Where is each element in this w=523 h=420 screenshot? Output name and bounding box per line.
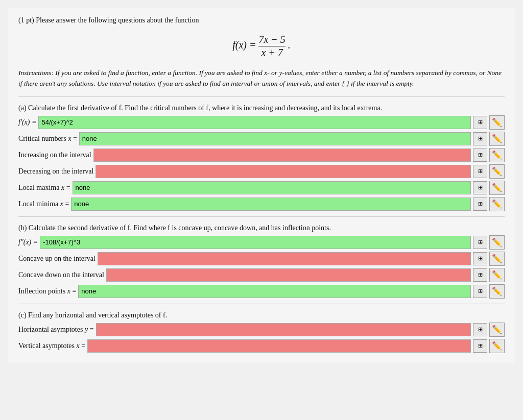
local-min-input[interactable] bbox=[71, 197, 471, 211]
row-fprime: f′(x) = ⊞ ✏️ bbox=[18, 115, 505, 130]
horiz-asymp-grid-btn[interactable]: ⊞ bbox=[473, 323, 487, 336]
formula-lhs: f(x) = bbox=[232, 39, 256, 51]
row-fsecond-label: f″(x) = bbox=[18, 238, 38, 246]
fsecond-pencil-btn[interactable]: ✏️ bbox=[489, 235, 505, 250]
row-increasing: Increasing on the interval ⊞ ✏️ bbox=[18, 148, 505, 162]
inflection-pencil-btn[interactable]: ✏️ bbox=[489, 284, 505, 299]
inflection-input[interactable] bbox=[78, 285, 471, 298]
row-decreasing-label: Decreasing on the interval bbox=[18, 167, 93, 176]
critical-grid-btn[interactable]: ⊞ bbox=[473, 132, 487, 145]
concave-up-input[interactable] bbox=[98, 252, 471, 265]
divider-2 bbox=[18, 216, 505, 217]
row-concave-down-label: Concave down on the interval bbox=[18, 271, 104, 279]
formula-period: . bbox=[288, 39, 291, 51]
row-fsecond: f″(x) = ⊞ ✏️ bbox=[18, 235, 505, 250]
row-critical: Critical numbers x = ⊞ ✏️ bbox=[18, 132, 505, 146]
vert-asymp-pencil-btn[interactable]: ✏️ bbox=[489, 339, 505, 353]
fsecond-input[interactable] bbox=[40, 236, 471, 249]
horiz-asymp-input[interactable] bbox=[96, 323, 471, 336]
row-concave-down: Concave down on the interval ⊞ ✏️ bbox=[18, 268, 505, 282]
concave-up-grid-btn[interactable]: ⊞ bbox=[473, 252, 487, 265]
horiz-asymp-pencil-btn[interactable]: ✏️ bbox=[489, 323, 505, 337]
formula-fraction: 7x − 5 x + 7 bbox=[258, 34, 285, 59]
row-vert-asymp: Vertical asymptotes x = ⊞ ✏️ bbox=[18, 339, 505, 353]
row-concave-up: Concave up on the interval ⊞ ✏️ bbox=[18, 252, 505, 266]
row-fprime-label: f′(x) = bbox=[18, 118, 36, 127]
intro-text: (1 pt) Please answer the following quest… bbox=[18, 16, 505, 24]
fprime-pencil-btn[interactable]: ✏️ bbox=[489, 115, 505, 130]
divider-3 bbox=[18, 304, 505, 304]
concave-down-pencil-btn[interactable]: ✏️ bbox=[489, 268, 505, 282]
row-increasing-label: Increasing on the interval bbox=[18, 151, 91, 159]
row-horiz-asymp-label: Horizontal asymptotes y = bbox=[18, 326, 94, 334]
row-local-max-label: Local maxima x = bbox=[18, 184, 70, 192]
row-vert-asymp-label: Vertical asymptotes x = bbox=[18, 342, 85, 350]
local-max-pencil-btn[interactable]: ✏️ bbox=[489, 181, 505, 195]
row-local-max: Local maxima x = ⊞ ✏️ bbox=[18, 181, 505, 195]
row-local-min: Local minima x = ⊞ ✏️ bbox=[18, 197, 505, 211]
local-max-input[interactable] bbox=[73, 181, 471, 194]
fprime-grid-btn[interactable]: ⊞ bbox=[473, 116, 487, 129]
row-inflection-label: Inflection points x = bbox=[18, 287, 76, 295]
concave-down-input[interactable] bbox=[106, 268, 471, 282]
main-container: (1 pt) Please answer the following quest… bbox=[8, 8, 515, 363]
increasing-pencil-btn[interactable]: ✏️ bbox=[489, 148, 505, 162]
critical-pencil-btn[interactable]: ✏️ bbox=[489, 132, 505, 146]
section-c-title: (c) Find any horizontal and vertical asy… bbox=[18, 311, 505, 319]
fsecond-grid-btn[interactable]: ⊞ bbox=[473, 236, 487, 249]
vert-asymp-grid-btn[interactable]: ⊞ bbox=[473, 339, 487, 353]
row-concave-up-label: Concave up on the interval bbox=[18, 255, 96, 263]
section-b-title: (b) Calculate the second derivative of f… bbox=[18, 224, 505, 232]
inflection-grid-btn[interactable]: ⊞ bbox=[473, 285, 487, 298]
local-min-pencil-btn[interactable]: ✏️ bbox=[489, 197, 505, 211]
section-a-title: (a) Calculate the first derivative of f.… bbox=[18, 104, 505, 112]
row-decreasing: Decreasing on the interval ⊞ ✏️ bbox=[18, 164, 505, 179]
row-critical-label: Critical numbers x = bbox=[18, 135, 77, 143]
local-max-grid-btn[interactable]: ⊞ bbox=[473, 181, 487, 194]
formula-numerator: 7x − 5 bbox=[258, 34, 285, 46]
increasing-input[interactable] bbox=[93, 149, 471, 162]
formula-block: f(x) = 7x − 5 x + 7 . bbox=[18, 34, 505, 59]
increasing-grid-btn[interactable]: ⊞ bbox=[473, 149, 487, 162]
row-horiz-asymp: Horizontal asymptotes y = ⊞ ✏️ bbox=[18, 323, 505, 337]
row-inflection: Inflection points x = ⊞ ✏️ bbox=[18, 284, 505, 299]
critical-input[interactable] bbox=[79, 132, 471, 145]
decreasing-grid-btn[interactable]: ⊞ bbox=[473, 165, 487, 178]
concave-down-grid-btn[interactable]: ⊞ bbox=[473, 268, 487, 282]
fprime-input[interactable] bbox=[38, 116, 471, 129]
divider-1 bbox=[18, 96, 505, 97]
instructions-text: Instructions: If you are asked to find a… bbox=[18, 68, 505, 89]
formula-denominator: x + 7 bbox=[258, 46, 285, 59]
decreasing-input[interactable] bbox=[96, 165, 471, 178]
decreasing-pencil-btn[interactable]: ✏️ bbox=[489, 164, 505, 179]
vert-asymp-input[interactable] bbox=[87, 339, 471, 353]
row-local-min-label: Local minima x = bbox=[18, 200, 69, 208]
concave-up-pencil-btn[interactable]: ✏️ bbox=[489, 252, 505, 266]
local-min-grid-btn[interactable]: ⊞ bbox=[473, 197, 487, 211]
